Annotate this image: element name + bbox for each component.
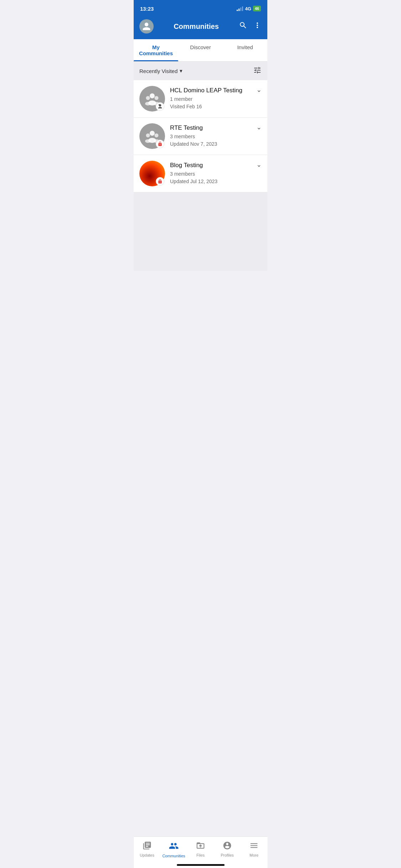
status-bar: 13:23 4G 46 xyxy=(134,0,267,16)
header-actions xyxy=(239,21,262,32)
community-item-blog[interactable]: Blog Testing 3 members Updated Jul 12, 2… xyxy=(134,155,267,192)
filter-bar: Recently Visited ▾ xyxy=(134,62,267,80)
lock-badge-rte xyxy=(156,140,164,148)
community-item-rte[interactable]: RTE Testing 3 members Updated Nov 7, 202… xyxy=(134,118,267,155)
lock-icon-blog xyxy=(158,179,163,184)
status-icons: 4G 46 xyxy=(237,6,261,11)
svg-point-9 xyxy=(155,134,159,138)
filter-label-text: Recently Visited xyxy=(139,68,178,74)
svg-point-2 xyxy=(155,96,159,100)
empty-content-area xyxy=(134,192,267,271)
community-info-rte: RTE Testing 3 members Updated Nov 7, 202… xyxy=(170,124,262,148)
expand-chevron-blog[interactable]: ⌄ xyxy=(256,161,262,169)
main-content: Recently Visited ▾ xyxy=(134,62,267,303)
expand-chevron-rte[interactable]: ⌄ xyxy=(256,123,262,131)
svg-point-4 xyxy=(145,102,151,105)
community-name-hcl: HCL Domino LEAP Testing xyxy=(170,87,262,94)
community-info-blog: Blog Testing 3 members Updated Jul 12, 2… xyxy=(170,162,262,185)
user-avatar[interactable] xyxy=(139,19,154,33)
community-list: HCL Domino LEAP Testing 1 member Visited… xyxy=(134,80,267,192)
search-icon xyxy=(239,21,247,30)
community-name-rte: RTE Testing xyxy=(170,124,262,131)
more-options-button[interactable] xyxy=(253,21,262,32)
svg-point-8 xyxy=(146,134,150,138)
lock-icon-rte xyxy=(158,141,163,146)
community-members-hcl: 1 member xyxy=(170,95,262,103)
status-time: 13:23 xyxy=(140,6,154,12)
network-label: 4G xyxy=(245,6,251,11)
tab-my-communities[interactable]: My Communities xyxy=(134,39,178,61)
community-updated-rte: Updated Nov 7, 2023 xyxy=(170,140,262,148)
app-header: Communities xyxy=(134,16,267,39)
filter-dropdown[interactable]: Recently Visited ▾ xyxy=(139,68,182,74)
community-avatar-rte xyxy=(139,123,165,149)
community-members-blog: 3 members xyxy=(170,170,262,178)
sort-filter-icon[interactable] xyxy=(253,66,262,76)
filter-chevron: ▾ xyxy=(180,68,182,74)
svg-point-0 xyxy=(150,93,155,98)
community-updated-blog: Updated Jul 12, 2023 xyxy=(170,178,262,185)
page-title: Communities xyxy=(158,22,235,31)
signal-bars xyxy=(237,6,243,11)
tab-discover[interactable]: Discover xyxy=(178,39,223,61)
star-badge-hcl xyxy=(156,102,164,111)
community-avatar-blog xyxy=(139,161,165,186)
svg-point-1 xyxy=(146,96,150,100)
community-updated-hcl: Visited Feb 16 xyxy=(170,103,262,110)
user-icon xyxy=(142,22,151,31)
tab-bar: My Communities Discover Invited xyxy=(134,39,267,62)
svg-point-7 xyxy=(150,131,155,136)
sliders-icon xyxy=(253,66,262,74)
star-person-icon xyxy=(157,104,163,109)
expand-chevron-hcl[interactable]: ⌄ xyxy=(256,86,262,94)
community-members-rte: 3 members xyxy=(170,133,262,140)
svg-point-11 xyxy=(145,139,151,143)
community-avatar-hcl xyxy=(139,86,165,112)
community-item-hcl[interactable]: HCL Domino LEAP Testing 1 member Visited… xyxy=(134,80,267,118)
battery-icon: 46 xyxy=(253,6,261,11)
lock-badge-blog xyxy=(156,177,164,186)
more-icon xyxy=(253,21,262,30)
community-name-blog: Blog Testing xyxy=(170,162,262,169)
community-info-hcl: HCL Domino LEAP Testing 1 member Visited… xyxy=(170,87,262,110)
search-button[interactable] xyxy=(239,21,247,32)
tab-invited[interactable]: Invited xyxy=(223,39,267,61)
